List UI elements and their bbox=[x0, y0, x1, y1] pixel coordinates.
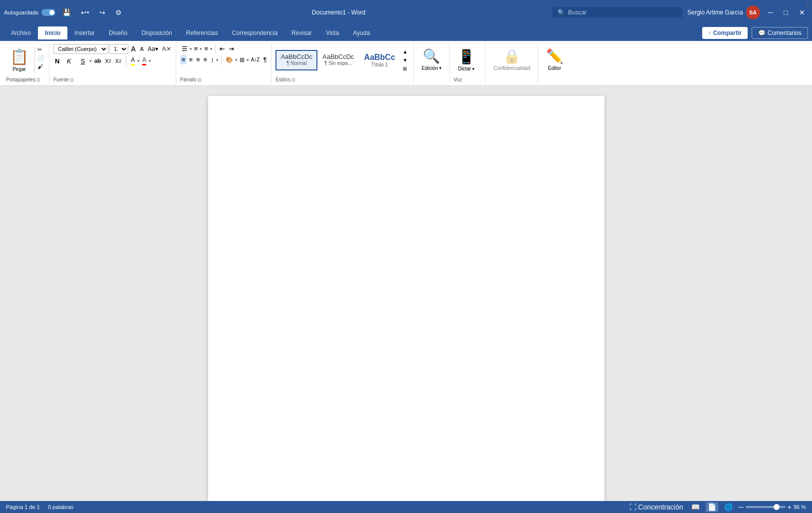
ribbon-toolbar: 📋 Pegar ✂ 📄 🖌 Portapap bbox=[0, 41, 812, 86]
ribbon-collapse-button[interactable]: ∧ bbox=[806, 2, 810, 9]
share-button[interactable]: ↑ Compartir bbox=[702, 27, 748, 39]
tab-inicio[interactable]: Inicio bbox=[38, 26, 67, 39]
change-case-button[interactable]: Aa▾ bbox=[146, 44, 160, 53]
comments-button[interactable]: 💬 Comentarios bbox=[752, 27, 808, 39]
borders-button[interactable]: ⊞ bbox=[238, 55, 246, 64]
font-color-dropdown[interactable]: ▾ bbox=[149, 58, 151, 63]
minimize-button[interactable]: ─ bbox=[765, 6, 776, 18]
numbering-dropdown[interactable]: ▾ bbox=[200, 46, 202, 51]
group-edicion: 🔍 Edición ▾ bbox=[415, 43, 450, 83]
tab-referencias[interactable]: Referencias bbox=[179, 26, 225, 39]
align-right-button[interactable]: ≡ bbox=[195, 55, 202, 64]
underline-button[interactable]: S bbox=[77, 56, 88, 66]
maximize-button[interactable]: □ bbox=[781, 6, 791, 18]
editor-icon: ✏️ bbox=[546, 48, 563, 64]
underline-dropdown[interactable]: ▾ bbox=[89, 58, 92, 63]
style-normal[interactable]: AaBbCcDc ¶ Normal bbox=[275, 50, 317, 70]
zoom-in-button[interactable]: + bbox=[788, 503, 792, 511]
cut-button[interactable]: ✂ bbox=[36, 46, 46, 53]
document-page[interactable] bbox=[208, 96, 604, 506]
tab-archivo[interactable]: Archivo bbox=[4, 26, 38, 39]
font-size-selector[interactable]: 11 bbox=[109, 44, 128, 54]
clear-format-button[interactable]: A✕ bbox=[161, 44, 173, 53]
estilos-label-row: Estilos ⊡ bbox=[275, 77, 295, 82]
estilos-expand[interactable]: ⊡ bbox=[291, 77, 295, 82]
justify-button[interactable]: ≡ bbox=[202, 55, 209, 64]
tab-insertar[interactable]: Insertar bbox=[67, 26, 102, 39]
strikethrough-button[interactable]: ab bbox=[93, 56, 102, 65]
zoom-slider[interactable] bbox=[746, 506, 786, 508]
save-button[interactable]: 💾 bbox=[59, 6, 74, 18]
bold-button[interactable]: N bbox=[53, 56, 64, 66]
portapapeles-expand[interactable]: ⊡ bbox=[36, 77, 40, 82]
group-editor: ✏️ Editor bbox=[539, 43, 574, 83]
align-left-button[interactable]: ≡ bbox=[180, 55, 187, 64]
web-layout-button[interactable]: 🌐 bbox=[722, 502, 735, 512]
paste-button[interactable]: 📋 Pegar bbox=[6, 46, 32, 74]
decrease-indent-button[interactable]: ⇤ bbox=[218, 44, 227, 53]
multilevel-dropdown[interactable]: ▾ bbox=[210, 46, 213, 51]
superscript-button[interactable]: X2 bbox=[114, 57, 123, 65]
font-shrink-button[interactable]: A bbox=[138, 45, 145, 53]
styles-up-arrow[interactable]: ▲ bbox=[401, 48, 409, 55]
redo-button[interactable]: ↪ bbox=[96, 6, 108, 18]
autosave-toggle[interactable] bbox=[41, 9, 55, 16]
user-section: Sergio Artime García SA bbox=[687, 5, 760, 19]
confidencialidad-button[interactable]: 🔒 Confidencialidad bbox=[490, 46, 535, 73]
line-spacing-dropdown[interactable]: ▾ bbox=[216, 57, 219, 62]
parrafo-label-row: Párrafo ⊡ bbox=[180, 77, 202, 82]
align-center-button[interactable]: ≡ bbox=[187, 55, 194, 64]
group-parrafo: ☰ ▾ ≡ ▾ ≡ ▾ ⇤ ⇥ ≡ ≡ ≡ ≡ ↕ ▾ 🎨 ▾ bbox=[177, 43, 272, 83]
multilevel-button[interactable]: ≡ bbox=[203, 44, 210, 53]
search-bar[interactable]: 🔍 bbox=[552, 7, 682, 18]
highlight-button[interactable]: A bbox=[129, 55, 136, 66]
print-layout-button[interactable]: 📄 bbox=[706, 502, 718, 512]
search-input[interactable] bbox=[568, 9, 677, 16]
subscript-button[interactable]: X2 bbox=[103, 57, 112, 65]
styles-down-arrow[interactable]: ▼ bbox=[401, 56, 409, 64]
parrafo-expand[interactable]: ⊡ bbox=[198, 77, 202, 82]
increase-indent-button[interactable]: ⇥ bbox=[227, 44, 236, 53]
bullets-button[interactable]: ☰ bbox=[180, 44, 189, 53]
style-nospace[interactable]: AaBbCcDc ¶ Sin espa... bbox=[317, 50, 359, 70]
tab-correspondencia[interactable]: Correspondencia bbox=[225, 26, 284, 39]
show-marks-button[interactable]: ¶ bbox=[262, 55, 268, 64]
numbering-button[interactable]: ≡ bbox=[193, 44, 200, 53]
copy-button[interactable]: 📄 bbox=[36, 54, 46, 62]
tab-vista[interactable]: Vista bbox=[319, 26, 346, 39]
tab-diseno[interactable]: Diseño bbox=[102, 26, 134, 39]
highlight-dropdown[interactable]: ▾ bbox=[137, 58, 140, 63]
ribbon-share-area: ↑ Compartir 💬 Comentarios bbox=[702, 27, 808, 39]
shading-button[interactable]: 🎨 bbox=[224, 55, 235, 64]
tab-disposicion[interactable]: Disposición bbox=[134, 26, 179, 39]
shading-dropdown[interactable]: ▾ bbox=[235, 57, 238, 62]
italic-button[interactable]: K bbox=[65, 56, 76, 66]
user-avatar[interactable]: SA bbox=[746, 5, 760, 19]
styles-more-arrow[interactable]: ⊞ bbox=[401, 65, 409, 72]
font-grow-button[interactable]: A bbox=[129, 44, 137, 54]
zoom-out-button[interactable]: ─ bbox=[739, 503, 744, 511]
edicion-button[interactable]: 🔍 Edición ▾ bbox=[418, 46, 446, 73]
dictate-dropdown[interactable]: ▾ bbox=[472, 66, 475, 71]
undo-button[interactable]: ↩ ▾ bbox=[78, 6, 92, 18]
bullets-dropdown[interactable]: ▾ bbox=[190, 46, 192, 51]
statusbar-left: Página 1 de 1 0 palabras bbox=[6, 504, 73, 510]
font-color-button[interactable]: A bbox=[141, 55, 148, 66]
tab-ayuda[interactable]: Ayuda bbox=[346, 26, 377, 39]
dictate-button[interactable]: 📱 Dictar ▾ bbox=[454, 46, 479, 73]
undo-dropdown[interactable]: ▾ bbox=[87, 10, 89, 15]
read-mode-button[interactable]: 📖 bbox=[689, 502, 702, 512]
settings-button[interactable]: ⚙ bbox=[112, 6, 125, 18]
format-painter-button[interactable]: 🖌 bbox=[36, 63, 46, 70]
line-spacing-button[interactable]: ↕ bbox=[209, 55, 216, 64]
style-titulo1[interactable]: AaBbCc Título 1 bbox=[359, 50, 400, 70]
tab-revisar[interactable]: Revisar bbox=[284, 26, 319, 39]
zoom-control: ─ + 96 % bbox=[739, 503, 806, 511]
sort-button[interactable]: A↕Z bbox=[250, 56, 262, 63]
fuente-expand[interactable]: ⊡ bbox=[70, 77, 74, 82]
edicion-dropdown[interactable]: ▾ bbox=[439, 65, 442, 70]
focus-button[interactable]: ⛶ Concentración bbox=[627, 502, 685, 512]
borders-dropdown[interactable]: ▾ bbox=[247, 57, 249, 62]
editor-button[interactable]: ✏️ Editor bbox=[542, 46, 567, 73]
font-name-selector[interactable]: Calibri (Cuerpo) bbox=[53, 44, 108, 54]
